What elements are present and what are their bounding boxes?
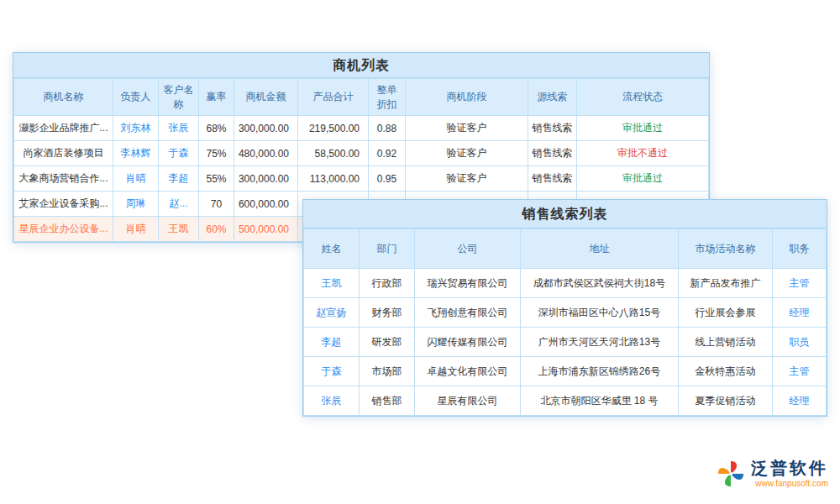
cell-amount: 500,000.00 <box>234 217 298 242</box>
cell-job[interactable]: 职员 <box>773 328 827 357</box>
cell-dept: 财务部 <box>360 298 415 328</box>
column-header-amount: 商机金额 <box>234 79 298 116</box>
cell-win_rate: 68% <box>199 116 234 141</box>
cell-name: 灏影企业品牌推广... <box>14 116 113 141</box>
cell-address: 成都市武侯区武侯祠大街18号 <box>521 269 679 298</box>
cell-name[interactable]: 王凯 <box>304 269 360 298</box>
cell-customer[interactable]: 赵... <box>159 192 199 217</box>
cell-owner[interactable]: 刘东林 <box>113 116 159 141</box>
cell-address: 北京市朝阳区华威里 18 号 <box>521 386 679 416</box>
cell-customer[interactable]: 张辰 <box>159 116 199 141</box>
table-row[interactable]: 赵宣扬财务部飞翔创意有限公司深圳市福田区中心八路15号行业展会参展经理 <box>304 298 827 328</box>
fanpu-logo: 泛普软件 www.fanpusoft.com <box>717 459 828 488</box>
pinwheel-icon <box>717 459 745 488</box>
cell-campaign: 金秋特惠活动 <box>679 357 773 386</box>
cell-job[interactable]: 主管 <box>773 269 827 298</box>
column-header-win_rate: 赢率 <box>199 79 234 116</box>
cell-company: 卓越文化有限公司 <box>415 357 521 386</box>
opportunity-header-row: 商机名称负责人客户名称赢率商机金额产品合计整单折扣商机阶段源线索流程状态 <box>14 79 709 116</box>
cell-name[interactable]: 赵宣扬 <box>304 298 360 328</box>
cell-customer[interactable]: 王凯 <box>159 217 199 242</box>
column-header-product_total: 产品合计 <box>298 79 369 116</box>
column-header-address: 地址 <box>521 229 679 269</box>
table-row[interactable]: 王凯行政部瑞兴贸易有限公司成都市武侯区武侯祠大街18号新产品发布推广主管 <box>304 269 827 298</box>
column-header-source: 源线索 <box>528 79 577 116</box>
cell-dept: 行政部 <box>360 269 415 298</box>
cell-discount: 0.92 <box>369 141 406 166</box>
column-header-dept: 部门 <box>360 229 415 269</box>
logo-text: 泛普软件 www.fanpusoft.com <box>751 459 828 488</box>
logo-company-name: 泛普软件 <box>751 459 828 477</box>
cell-discount: 0.95 <box>369 166 406 192</box>
leads-header-row: 姓名部门公司地址市场活动名称职务 <box>304 229 827 269</box>
cell-campaign: 行业展会参展 <box>679 298 773 328</box>
cell-company: 飞翔创意有限公司 <box>415 298 521 328</box>
sales-leads-table: 姓名部门公司地址市场活动名称职务 王凯行政部瑞兴贸易有限公司成都市武侯区武侯祠大… <box>303 228 827 416</box>
cell-amount: 480,000.00 <box>234 141 298 166</box>
table-row[interactable]: 于森市场部卓越文化有限公司上海市浦东新区锦绣路26号金秋特惠活动主管 <box>304 357 827 386</box>
cell-customer[interactable]: 李超 <box>159 166 199 192</box>
cell-campaign: 线上营销活动 <box>679 328 773 357</box>
cell-win_rate: 60% <box>199 217 234 242</box>
sales-leads-card: 销售线索列表 姓名部门公司地址市场活动名称职务 王凯行政部瑞兴贸易有限公司成都市… <box>302 199 827 417</box>
cell-name: 大象商场营销合作... <box>14 166 113 192</box>
table-row[interactable]: 灏影企业品牌推广...刘东林张辰68%300,000.00219,500.000… <box>14 116 709 141</box>
table-row[interactable]: 尚家酒店装修项目李林辉于森75%480,000.0058,500.000.92验… <box>14 141 709 166</box>
cell-status: 审批不通过 <box>577 141 709 166</box>
cell-company: 闪耀传媒有限公司 <box>415 328 521 357</box>
cell-win_rate: 75% <box>199 141 234 166</box>
cell-name: 星辰企业办公设备... <box>14 217 113 242</box>
cell-source: 销售线索 <box>528 141 577 166</box>
cell-name[interactable]: 李超 <box>304 328 360 357</box>
column-header-company: 公司 <box>415 229 521 269</box>
cell-name[interactable]: 于森 <box>304 357 360 386</box>
column-header-customer: 客户名称 <box>159 79 199 116</box>
cell-amount: 300,000.00 <box>234 116 298 141</box>
cell-stage: 验证客户 <box>406 166 528 192</box>
opportunity-list-title: 商机列表 <box>13 53 709 78</box>
cell-name[interactable]: 张辰 <box>304 386 360 416</box>
table-row[interactable]: 张辰销售部星辰有限公司北京市朝阳区华威里 18 号夏季促销活动经理 <box>304 386 827 416</box>
cell-dept: 销售部 <box>360 386 415 416</box>
table-row[interactable]: 大象商场营销合作...肖晴李超55%300,000.00113,000.000.… <box>14 166 709 192</box>
cell-address: 上海市浦东新区锦绣路26号 <box>521 357 679 386</box>
cell-campaign: 夏季促销活动 <box>679 386 773 416</box>
sales-leads-title: 销售线索列表 <box>303 200 827 228</box>
cell-status: 审批通过 <box>577 116 709 141</box>
cell-customer[interactable]: 于森 <box>159 141 199 166</box>
column-header-name: 姓名 <box>304 229 360 269</box>
cell-owner[interactable]: 李林辉 <box>113 141 159 166</box>
cell-dept: 研发部 <box>360 328 415 357</box>
cell-source: 销售线索 <box>528 116 577 141</box>
column-header-stage: 商机阶段 <box>406 79 528 116</box>
cell-amount: 300,000.00 <box>234 166 298 192</box>
column-header-name: 商机名称 <box>14 79 113 116</box>
cell-company: 星辰有限公司 <box>415 386 521 416</box>
cell-stage: 验证客户 <box>406 141 528 166</box>
column-header-status: 流程状态 <box>577 79 709 116</box>
cell-product_total: 113,000.00 <box>298 166 369 192</box>
cell-discount: 0.88 <box>369 116 406 141</box>
column-header-campaign: 市场活动名称 <box>679 229 773 269</box>
column-header-job: 职务 <box>773 229 827 269</box>
cell-job[interactable]: 经理 <box>773 386 827 416</box>
cell-address: 深圳市福田区中心八路15号 <box>521 298 679 328</box>
cell-owner[interactable]: 肖晴 <box>113 217 159 242</box>
cell-owner[interactable]: 周琳 <box>113 192 159 217</box>
table-row[interactable]: 李超研发部闪耀传媒有限公司广州市天河区天河北路13号线上营销活动职员 <box>304 328 827 357</box>
leads-table-body: 王凯行政部瑞兴贸易有限公司成都市武侯区武侯祠大街18号新产品发布推广主管赵宣扬财… <box>304 269 827 416</box>
cell-dept: 市场部 <box>360 357 415 386</box>
cell-job[interactable]: 主管 <box>773 357 827 386</box>
cell-job[interactable]: 经理 <box>773 298 827 328</box>
column-header-discount: 整单折扣 <box>369 79 406 116</box>
logo-url: www.fanpusoft.com <box>755 479 828 488</box>
cell-product_total: 58,500.00 <box>298 141 369 166</box>
cell-owner[interactable]: 肖晴 <box>113 166 159 192</box>
cell-address: 广州市天河区天河北路13号 <box>521 328 679 357</box>
column-header-owner: 负责人 <box>113 79 159 116</box>
cell-product_total: 219,500.00 <box>298 116 369 141</box>
cell-amount: 600,000.00 <box>234 192 298 217</box>
cell-win_rate: 70 <box>199 192 234 217</box>
cell-source: 销售线索 <box>528 166 577 192</box>
cell-win_rate: 55% <box>199 166 234 192</box>
